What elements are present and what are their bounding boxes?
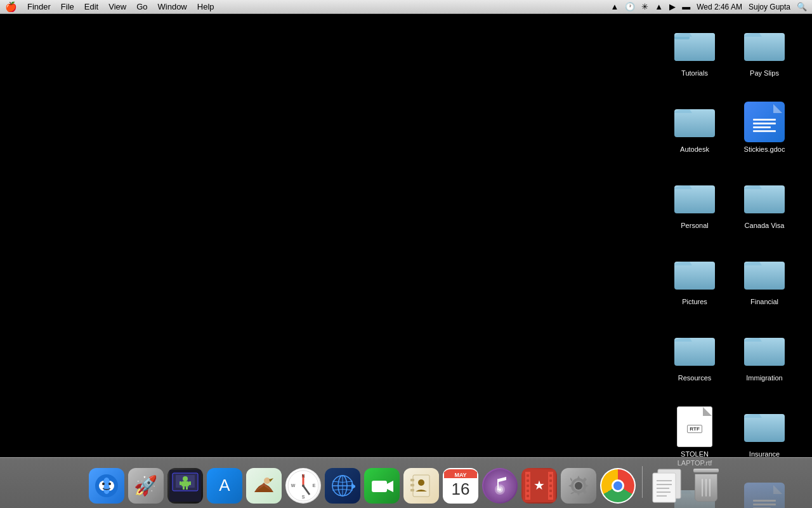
dock-worldclock[interactable] [325, 460, 360, 504]
icon-financial-label: Financial [750, 297, 778, 306]
svg-rect-50 [410, 489, 414, 491]
dock-facetime[interactable] [364, 460, 400, 504]
svg-text:W: W [291, 483, 295, 488]
dock-systemprefs[interactable] [561, 460, 596, 504]
svg-rect-7 [674, 262, 715, 290]
desktop: Tutorials Pay Slips [0, 14, 812, 478]
svg-rect-75 [549, 490, 552, 492]
svg-text:S: S [301, 495, 304, 499]
svg-rect-5 [674, 185, 715, 213]
svg-point-23 [183, 476, 188, 481]
icon-autodesk[interactable]: Autodesk [660, 97, 730, 173]
dock-appstore[interactable]: A [207, 460, 242, 504]
dock-itunes[interactable] [482, 460, 518, 504]
google-drive-icon[interactable]: ▲ [610, 2, 619, 11]
menubar: 🍎 Finder File Edit View Go Window Help ▲… [0, 0, 812, 14]
icon-tutorials-label: Tutorials [681, 69, 708, 77]
svg-marker-46 [387, 481, 393, 492]
svg-point-18 [102, 483, 105, 485]
svg-point-39 [302, 485, 304, 487]
dock-safari[interactable]: N S W E [285, 460, 321, 504]
battery-icon[interactable]: ▬ [682, 2, 690, 11]
icon-canada-visa-label: Canada Visa [745, 221, 785, 230]
dock-addressbook[interactable] [403, 460, 439, 504]
svg-text:E: E [312, 483, 315, 488]
dock-divider [642, 466, 643, 498]
icon-payslips[interactable]: Pay Slips [730, 20, 799, 97]
svg-rect-28 [186, 486, 188, 490]
clock[interactable]: Wed 2:46 AM [697, 3, 742, 11]
svg-rect-45 [372, 481, 387, 492]
menu-edit[interactable]: Edit [84, 2, 98, 11]
menu-window[interactable]: Window [158, 2, 187, 11]
svg-text:MAY: MAY [454, 472, 466, 478]
svg-text:★: ★ [534, 478, 545, 492]
svg-rect-76 [549, 495, 552, 497]
svg-text:A: A [219, 476, 230, 495]
svg-rect-10 [744, 338, 785, 366]
icon-stickies[interactable]: Stickies.gdoc [730, 97, 799, 173]
volume-icon[interactable]: ▶ [669, 2, 676, 11]
svg-marker-44 [351, 483, 355, 490]
icon-payslips-label: Pay Slips [750, 69, 779, 77]
desktop-icons: Tutorials Pay Slips [660, 20, 799, 508]
svg-rect-9 [674, 338, 715, 366]
svg-rect-27 [183, 486, 185, 490]
dock-preview[interactable] [649, 460, 684, 504]
menu-file[interactable]: File [61, 2, 74, 11]
icon-canada-visa[interactable]: Canada Visa [730, 173, 799, 249]
menu-view[interactable]: View [108, 2, 126, 11]
icon-immigration-label: Immigration [746, 373, 782, 382]
icon-pictures-label: Pictures [682, 297, 707, 306]
svg-rect-26 [189, 481, 191, 485]
menu-finder[interactable]: Finder [27, 2, 51, 11]
icon-immigration[interactable]: Immigration [730, 325, 799, 401]
svg-rect-67 [527, 474, 529, 477]
dock-mail[interactable] [246, 460, 282, 504]
dock-filmstrip[interactable]: ★ [521, 460, 557, 504]
svg-rect-82 [653, 473, 676, 502]
apple-menu[interactable]: 🍎 [5, 1, 17, 13]
dock-calendar[interactable]: MAY 16 [443, 460, 478, 504]
svg-rect-73 [549, 479, 552, 482]
svg-rect-11 [744, 414, 785, 442]
dock-chrome[interactable] [600, 460, 636, 504]
dock-resolution[interactable] [167, 460, 203, 504]
icon-resources-label: Resources [678, 373, 712, 382]
wifi-icon[interactable]: ▲ [655, 2, 663, 11]
svg-rect-71 [527, 495, 529, 497]
dock-trash[interactable] [688, 460, 724, 504]
dock-rocket[interactable]: 🚀 [128, 460, 164, 504]
menu-help[interactable]: Help [197, 2, 214, 11]
dock-finder[interactable] [89, 460, 124, 504]
spotlight-icon[interactable]: 🔍 [797, 2, 807, 11]
icon-resources[interactable]: Resources [660, 325, 730, 401]
svg-rect-72 [549, 474, 552, 477]
menubar-right: ▲ 🕐 ✳ ▲ ▶ ▬ Wed 2:46 AM Sujoy Gupta 🔍 [610, 2, 807, 11]
icon-personal[interactable]: Personal [660, 173, 730, 249]
icon-personal-label: Personal [681, 221, 708, 230]
icon-tutorials[interactable]: Tutorials [660, 20, 730, 97]
svg-rect-3 [744, 33, 785, 61]
svg-point-30 [264, 478, 270, 484]
svg-point-61 [499, 488, 501, 491]
menubar-left: 🍎 Finder File Edit View Go Window Help [5, 1, 214, 13]
svg-rect-70 [527, 490, 529, 492]
svg-rect-49 [410, 484, 414, 486]
svg-rect-74 [549, 485, 552, 487]
svg-point-19 [108, 483, 111, 485]
svg-rect-4 [674, 109, 715, 137]
svg-rect-62 [497, 479, 499, 490]
svg-rect-25 [180, 481, 181, 485]
username[interactable]: Sujoy Gupta [749, 3, 790, 11]
svg-rect-6 [744, 185, 785, 213]
menu-go[interactable]: Go [136, 2, 147, 11]
svg-rect-8 [744, 262, 785, 290]
icon-autodesk-label: Autodesk [680, 145, 709, 154]
time-machine-icon[interactable]: 🕐 [625, 2, 635, 11]
icon-financial[interactable]: Financial [730, 249, 799, 325]
icon-pictures[interactable]: Pictures [660, 249, 730, 325]
svg-text:N: N [301, 474, 304, 478]
bluetooth-icon[interactable]: ✳ [641, 2, 648, 11]
svg-rect-48 [410, 479, 414, 481]
